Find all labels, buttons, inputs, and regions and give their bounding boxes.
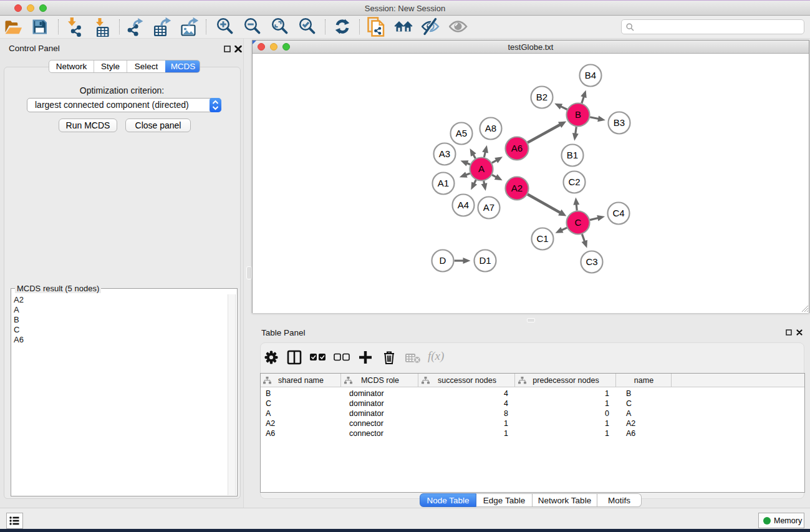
svg-text:A7: A7 xyxy=(483,202,494,213)
svg-text:A4: A4 xyxy=(458,200,469,210)
svg-text:A: A xyxy=(478,163,485,174)
svg-text:D1: D1 xyxy=(479,255,491,266)
svg-text:A5: A5 xyxy=(456,128,467,138)
svg-text:D: D xyxy=(440,255,446,266)
svg-text:B2: B2 xyxy=(536,92,547,102)
svg-text:A3: A3 xyxy=(439,148,450,159)
svg-text:C2: C2 xyxy=(568,177,580,187)
svg-text:A1: A1 xyxy=(438,178,449,188)
svg-text:B1: B1 xyxy=(567,150,578,160)
svg-text:C4: C4 xyxy=(612,208,624,218)
svg-text:B: B xyxy=(575,109,581,120)
svg-text:C: C xyxy=(575,217,582,228)
svg-text:C1: C1 xyxy=(536,233,548,244)
svg-text:B3: B3 xyxy=(614,117,625,128)
svg-text:A8: A8 xyxy=(485,123,496,133)
svg-text:A2: A2 xyxy=(511,183,523,193)
svg-text:B4: B4 xyxy=(585,70,596,80)
svg-text:C3: C3 xyxy=(586,256,597,267)
svg-text:A6: A6 xyxy=(511,143,523,153)
